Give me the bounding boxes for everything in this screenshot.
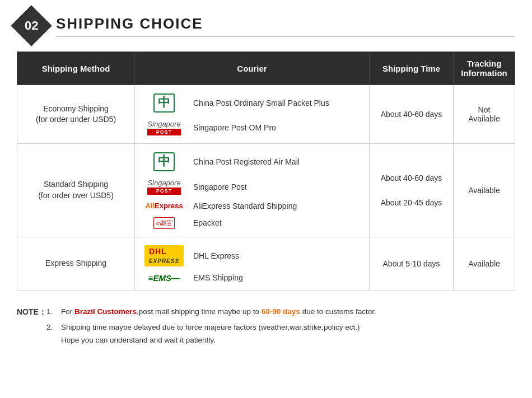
courier-ems: ≡EMS— EMS Shipping	[142, 270, 362, 286]
courier-singapore-economy: Singapore POST Singapore Post OM Pro	[142, 116, 362, 139]
days-highlight: 60-90 days	[262, 307, 300, 316]
brazil-highlight: Brazil Customers	[74, 307, 137, 316]
courier-epacket: e邮宝 Epacket	[142, 214, 362, 232]
courier-singapore-standard: Singapore POST Singapore Post	[142, 175, 362, 198]
col-header-time: Shipping Time	[370, 52, 454, 85]
standard-tracking: Available	[454, 144, 515, 237]
dhl-name: DHL Express	[193, 251, 239, 260]
note-text-1: For Brazil Customers,post mail shipping …	[61, 306, 376, 319]
express-method: Express Shipping	[17, 237, 135, 291]
page-header: 02 SHIPPING CHOICE	[17, 11, 515, 40]
express-time: About 5-10 days	[370, 237, 454, 291]
economy-couriers: 中 China Post Ordinary Small Packet Plus …	[135, 85, 370, 144]
section-number: 02	[11, 5, 52, 46]
page-title: SHIPPING CHOICE	[56, 15, 515, 37]
table-row-economy: Economy Shipping(for order under USD5) 中…	[17, 85, 515, 144]
standard-method: Standard Shipping(for order over USD5)	[17, 144, 135, 237]
standard-couriers: 中 China Post Registered Air Mail Singapo…	[135, 144, 370, 237]
chinapost-logo-2: 中	[142, 152, 186, 172]
notes-section: NOTE： 1. For Brazil Customers,post mail …	[17, 301, 515, 354]
ems-logo: ≡EMS—	[142, 273, 186, 283]
express-tracking: Available	[454, 237, 515, 291]
svg-text:中: 中	[158, 95, 170, 109]
ems-name: EMS Shipping	[193, 273, 243, 282]
singapore-logo-2: Singapore POST	[142, 179, 186, 194]
aliexpress-logo: AliExpress	[142, 202, 186, 210]
table-row-standard: Standard Shipping(for order over USD5) 中…	[17, 144, 515, 237]
courier-aliexpress: AliExpress AliExpress Standard Shipping	[142, 198, 362, 214]
note-text-2: Shipping time maybe delayed due to force…	[61, 321, 360, 347]
singapore-economy-name: Singapore Post OM Pro	[193, 123, 276, 132]
col-header-courier: Courier	[135, 52, 370, 85]
economy-tracking: NotAvailable	[454, 85, 515, 144]
economy-method: Economy Shipping(for order under USD5)	[17, 85, 135, 144]
chinapost-economy-name: China Post Ordinary Small Packet Plus	[193, 99, 329, 107]
note-num-1: 1.	[46, 306, 58, 319]
col-header-tracking: Tracking Information	[454, 52, 515, 85]
courier-chinapost-standard: 中 China Post Registered Air Mail	[142, 148, 362, 175]
table-row-express: Express Shipping DHLEXPRESS DHL Express …	[17, 237, 515, 291]
singapore-logo-1: Singapore POST	[142, 120, 186, 135]
dhl-logo: DHLEXPRESS	[142, 245, 186, 266]
epacket-name: Epacket	[193, 218, 222, 227]
col-header-method: Shipping Method	[17, 52, 135, 85]
standard-time: About 40-60 days About 20-45 days	[370, 144, 454, 237]
courier-chinapost-economy: 中 China Post Ordinary Small Packet Plus	[142, 90, 362, 116]
courier-dhl: DHLEXPRESS DHL Express	[142, 242, 362, 270]
note-num-2: 2.	[46, 321, 58, 347]
epacket-logo: e邮宝	[142, 217, 186, 229]
note-item-1: NOTE： 1. For Brazil Customers,post mail …	[17, 306, 515, 319]
express-couriers: DHLEXPRESS DHL Express ≡EMS— EMS Shippin…	[135, 237, 370, 291]
note-item-2: NOTE： 2. Shipping time maybe delayed due…	[17, 321, 515, 347]
svg-text:中: 中	[158, 154, 170, 168]
singapore-standard-name: Singapore Post	[193, 182, 247, 191]
chinapost-logo-1: 中	[142, 93, 186, 113]
economy-time: About 40-60 days	[370, 85, 454, 144]
shipping-table: Shipping Method Courier Shipping Time Tr…	[17, 51, 515, 291]
note-label: NOTE：	[17, 306, 46, 319]
aliexpress-name: AliExpress Standard Shipping	[193, 202, 297, 210]
chinapost-standard-name: China Post Registered Air Mail	[193, 157, 300, 166]
